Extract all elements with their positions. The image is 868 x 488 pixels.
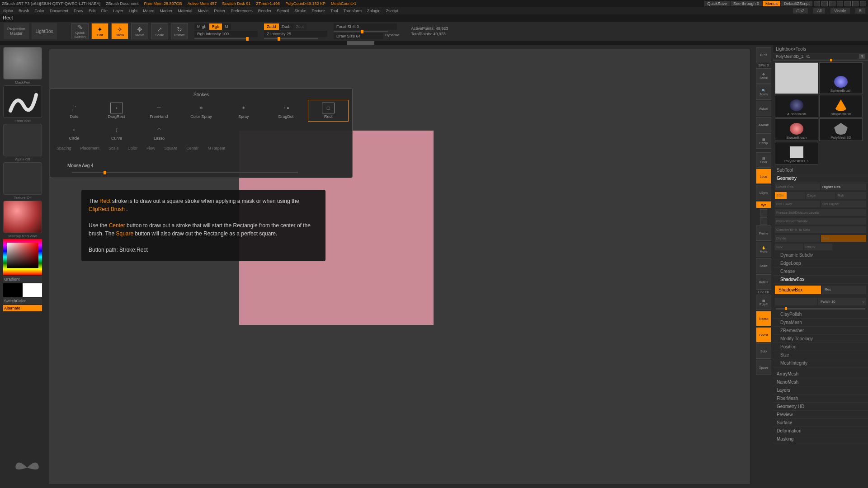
menu-brush[interactable]: Brush <box>19 9 29 13</box>
masking-section[interactable]: Masking <box>773 435 868 443</box>
zsub-button[interactable]: Zsub <box>279 23 293 30</box>
menu-transform[interactable]: Transform <box>343 9 362 13</box>
all-button[interactable]: All <box>813 8 825 14</box>
freeze-subdiv-button[interactable]: Freeze SubDivision Levels <box>775 209 866 216</box>
shadowbox-res[interactable]: Res <box>822 286 866 294</box>
menu-render[interactable]: Render <box>258 9 272 13</box>
param-color[interactable]: Color <box>128 146 138 159</box>
quicksave-button[interactable]: QuickSave <box>704 1 730 6</box>
switchcolor-button[interactable]: SwitchColor <box>3 298 42 304</box>
menu-stencil[interactable]: Stencil <box>277 9 289 13</box>
shadowbox-section[interactable]: ShadowBox <box>773 276 868 284</box>
persp-button[interactable]: ▦Persp <box>756 133 771 149</box>
dock-sm-1[interactable] <box>760 209 767 216</box>
rgb-slider[interactable] <box>194 38 249 39</box>
lightbox-tools-header[interactable]: Lightbox>Tools <box>773 45 868 53</box>
quicksketch-button[interactable]: ✎ Quick Sketch <box>71 23 89 39</box>
param-mrepeat[interactable]: M Repeat <box>208 146 225 159</box>
menu-preferences[interactable]: Preferences <box>231 9 253 13</box>
layers-section[interactable]: Layers <box>773 386 868 394</box>
mrgb-button[interactable]: Mrgb <box>194 23 209 30</box>
bpr-button[interactable]: BPR <box>756 47 771 62</box>
cage-button[interactable]: Cage <box>806 192 835 199</box>
zoom-button[interactable]: 🔍Zoom <box>756 84 771 100</box>
rediv-button[interactable]: ReDiv <box>804 244 832 250</box>
menu-draw[interactable]: Draw <box>74 9 83 13</box>
position-section[interactable]: Position <box>773 343 868 351</box>
param-center[interactable]: Center <box>186 146 198 159</box>
menu-macro[interactable]: Macro <box>143 9 154 13</box>
aahalf-button[interactable]: AAHalf <box>756 117 771 132</box>
meshintegrity-section[interactable]: MeshIntegrity <box>773 359 868 367</box>
solo-button[interactable]: Solo <box>756 343 771 359</box>
size-section[interactable]: Size <box>773 351 868 359</box>
arraymesh-section[interactable]: ArrayMesh <box>773 370 868 378</box>
stroke-freehand[interactable]: 〰FreeHand <box>138 100 179 122</box>
z-intensity-slider[interactable]: Z Intensity 25 <box>264 31 327 37</box>
xpose-button[interactable]: Xpose <box>756 360 771 375</box>
menu-layer[interactable]: Layer <box>113 9 123 13</box>
close-button[interactable] <box>860 1 866 6</box>
dock-sm-2[interactable] <box>760 217 767 225</box>
focal-shift-slider[interactable]: Focal Shift 0 <box>334 23 397 30</box>
alternate-button[interactable]: Alternate <box>3 305 42 311</box>
geometry-section[interactable]: Geometry <box>773 174 868 183</box>
subtool-section[interactable]: SubTool <box>773 166 868 174</box>
scale-button[interactable]: ⤢Scale <box>151 23 168 39</box>
param-flow[interactable]: Flow <box>146 146 155 159</box>
tool-polymesh3d[interactable]: PolyMesh3D <box>819 118 863 141</box>
local-button[interactable]: Local <box>756 169 771 184</box>
menu-edit[interactable]: Edit <box>89 9 96 13</box>
stroke-dragdot[interactable]: ・●DragDot <box>266 100 307 122</box>
higher-res-button[interactable]: Higher Res <box>821 183 866 190</box>
draw-size-slider[interactable]: Draw Size 64 <box>334 33 383 39</box>
stroke-curve[interactable]: ∫Curve <box>96 122 137 143</box>
menu-movie[interactable]: Movie <box>198 9 208 13</box>
lightbox-button[interactable]: LightBox <box>32 23 57 39</box>
dock-move-button[interactable]: ✋Move <box>756 242 771 257</box>
goz-button[interactable]: GoZ <box>793 8 808 14</box>
seethrough-slider[interactable]: See-through 0 <box>731 1 762 6</box>
mouse-avg-slider[interactable]: Mouse Avg 4 <box>54 161 349 174</box>
gradient-button[interactable]: Gradient <box>3 276 42 282</box>
minimize-button[interactable] <box>844 1 851 6</box>
spix-label[interactable]: SPix 3 <box>758 63 769 67</box>
tool-alphabrush[interactable]: AlphaBrush <box>775 95 818 117</box>
visible-button[interactable]: Visible <box>830 8 849 14</box>
shelf-scrollbar[interactable] <box>0 41 868 45</box>
zcut-button[interactable]: Zcut <box>293 23 307 30</box>
tool-polymesh3d-1[interactable]: PolyMesh3D_1 <box>775 142 818 164</box>
shadowbox-button[interactable]: ShadowBox <box>775 286 821 294</box>
texture-thumb[interactable] <box>3 162 42 195</box>
menus-button[interactable]: Menus <box>763 1 780 6</box>
defaultscript-button[interactable]: DefaultZScript <box>781 1 812 6</box>
lsym-button[interactable]: LSym <box>756 185 771 200</box>
z-slider[interactable] <box>264 38 318 39</box>
suv-button[interactable]: Suv <box>775 244 803 250</box>
menu-zplugin[interactable]: Zplugin <box>367 9 381 13</box>
win-btn-2[interactable] <box>821 1 828 6</box>
menu-light[interactable]: Light <box>129 9 138 13</box>
divide-button[interactable]: Divide <box>775 235 820 242</box>
menu-marker[interactable]: Marker <box>160 9 172 13</box>
rstr-button[interactable]: Rstr <box>836 192 866 199</box>
sdiv-slider[interactable]: SDiv <box>775 192 805 199</box>
brush-thumb[interactable] <box>3 47 42 80</box>
menu-alpha[interactable]: Alpha <box>3 9 13 13</box>
actual-button[interactable]: Actual <box>756 101 771 116</box>
crease-section[interactable]: Crease <box>773 267 868 276</box>
dynamic-subdiv-section[interactable]: Dynamic Subdiv <box>773 251 868 259</box>
swatch-black[interactable] <box>3 283 23 297</box>
nanomesh-section[interactable]: NanoMesh <box>773 378 868 386</box>
surface-section[interactable]: Surface <box>773 419 868 427</box>
scroll-button[interactable]: ✥Scroll <box>756 68 771 84</box>
focal-slider[interactable] <box>334 31 388 32</box>
draw-button[interactable]: ✧Draw <box>111 23 128 39</box>
tool-r-button[interactable]: R <box>859 54 866 59</box>
dock-scale-button[interactable]: Scale <box>756 258 771 273</box>
edgeloop-section[interactable]: EdgeLoop <box>773 259 868 267</box>
swatch-white[interactable] <box>23 283 42 297</box>
menu-file[interactable]: File <box>101 9 108 13</box>
stroke-dots[interactable]: ⋰Dots <box>54 100 94 122</box>
smt-button[interactable]: Smt <box>821 235 866 242</box>
